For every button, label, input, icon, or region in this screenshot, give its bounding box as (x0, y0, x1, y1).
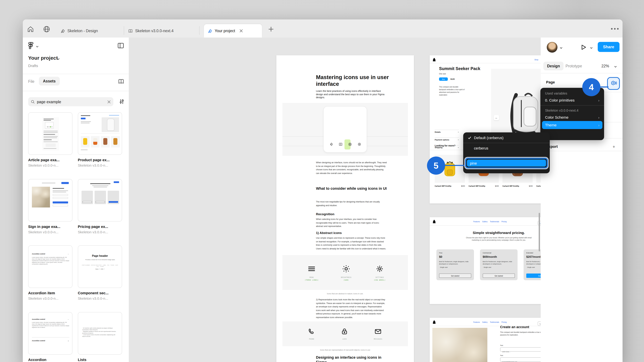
nav-link[interactable]: Shop (534, 59, 538, 61)
asset-thumbnail (28, 179, 72, 222)
tab-your-project[interactable]: Your project (204, 24, 262, 37)
apply-variables-button[interactable] (607, 77, 620, 90)
phone-icon (308, 328, 315, 335)
plan-card-commercial[interactable]: Commercial $69/month Best for freelancer… (480, 249, 518, 280)
frame-article-page[interactable]: Mastering icons use in user interface Le… (276, 55, 414, 362)
name-field[interactable] (500, 347, 541, 352)
plan-price: $0 (439, 255, 471, 258)
nav-link[interactable]: Testimonials (490, 321, 499, 323)
accordion-payment[interactable]: Payment options+ (435, 137, 459, 141)
frame-product-page[interactable]: Shop About Blog Account Bag Summit Seeke… (430, 55, 541, 203)
tab-assets[interactable]: Assets (39, 77, 60, 85)
plan-get-started-button[interactable]: Get started (526, 274, 541, 278)
submenu-item-cerberus[interactable]: cerberus (463, 144, 550, 152)
right-panel: Share Design Prototype 22% Page (541, 37, 622, 362)
menu-item-color-primitives[interactable]: 0. Color primitives› (540, 96, 604, 104)
asset-lists[interactable]: · Id maxime optio soluta placeat ea eaqu… (78, 312, 122, 362)
chevron-down-icon[interactable] (560, 46, 563, 50)
submenu-divider (463, 143, 550, 143)
nav-link[interactable]: Features (473, 221, 480, 223)
login-button[interactable]: Log in (538, 322, 541, 326)
asset-name: Accordion (28, 358, 72, 362)
add-export-icon[interactable]: + (613, 144, 615, 149)
chevron-down-icon[interactable] (590, 46, 593, 50)
nav-link[interactable]: Pricing (502, 321, 507, 323)
asset-component-section[interactable]: Page header Provides a robust set of non… (78, 245, 122, 300)
signup-nav: Features Gallery Testimonials Pricing Lo… (430, 320, 541, 325)
nav-link[interactable]: Gallery (482, 321, 488, 323)
plan-card-free[interactable]: Free $0 Best for freelancers, single des… (436, 249, 474, 280)
email-field[interactable] (500, 357, 541, 362)
present-play-icon[interactable] (580, 44, 587, 51)
plan-card-extended[interactable]: Extended $207/month Best for freelancers… (524, 249, 541, 280)
submenu-item-pine[interactable]: pine (467, 160, 546, 167)
hamburger-menu-icon (307, 264, 316, 273)
zoom-level[interactable]: 22% (602, 64, 609, 68)
avatar[interactable] (547, 42, 558, 53)
filter-sliders-icon[interactable] (119, 98, 125, 105)
frame-signup-page[interactable]: Features Gallery Testimonials Pricing Lo… (430, 318, 541, 362)
asset-pricing-page[interactable]: Pricing page ex... Skeleton v3.0.0-n... (78, 179, 122, 234)
tab-file[interactable]: File (28, 79, 34, 83)
sidebar-tabs: File Assets (23, 74, 129, 91)
chevron-right-icon: › (598, 98, 600, 102)
article-p-recognition: When selecting icons for your interface,… (316, 218, 387, 228)
plan-price: $207/month (526, 255, 541, 258)
article-figure-abstract-icons: MENU (THREE LINES) BRIGHTNESS (SUN) SETT… (282, 255, 408, 290)
asset-article-page[interactable]: Article page exa... Skeleton v3.0.0-n... (28, 112, 72, 167)
more-options-icon[interactable] (610, 27, 619, 30)
plan-get-started-button[interactable]: Get started (439, 274, 471, 278)
share-button[interactable]: Share (598, 42, 620, 52)
plan-get-started-button[interactable]: Get started (483, 274, 515, 278)
toggle-sidebar-icon[interactable] (118, 42, 124, 49)
asset-accordion-item[interactable]: Accordion control − Lorem ipsum dolor, s… (28, 245, 72, 300)
home-icon[interactable] (27, 25, 34, 33)
tab-design[interactable]: Design (544, 62, 564, 70)
project-title[interactable]: Your project (28, 55, 58, 61)
menu-item-theme[interactable]: Theme› (542, 121, 602, 129)
divider (430, 63, 541, 63)
carousel-prev-button[interactable]: ← (494, 115, 499, 120)
submenu-item-default[interactable]: Default (cerberus) (463, 134, 550, 141)
frame-pricing-page[interactable]: Features Gallery Testimonials Pricing Lo… (430, 217, 541, 304)
library-book-icon[interactable] (118, 78, 124, 84)
export-row[interactable]: Export+ (541, 141, 622, 151)
new-tab-icon[interactable] (268, 26, 274, 32)
search-bar[interactable] (28, 97, 113, 106)
asset-signin-page[interactable]: Sign in page exa... Skeleton v3.0.0-n... (28, 179, 72, 234)
tab-skeleton-library[interactable]: Skeleton v3.0.0-next.4 (124, 24, 200, 37)
close-icon[interactable] (240, 29, 243, 32)
buy-button[interactable]: Buy (439, 77, 448, 81)
signup-heading: Create an account (500, 325, 529, 329)
product-card[interactable]: Carhartt WIP Kickflip$230 (435, 155, 465, 187)
asset-library: Skeleton v3.0.0-n... (28, 296, 72, 300)
asset-name: Component sec... (78, 291, 122, 295)
article-figure-hero (282, 103, 408, 156)
asset-accordion[interactable]: Accordion control − Lorem ipsum dolor, s… (28, 312, 72, 362)
nav-link[interactable]: Gallery (482, 221, 488, 223)
canvas-scrollbar[interactable] (539, 213, 540, 251)
canvas[interactable]: Mastering icons use in user interface Le… (129, 37, 541, 362)
asset-product-page[interactable]: Product page ex... Skeleton v3.0.0-n... (78, 112, 122, 167)
chevron-down-icon[interactable] (36, 45, 39, 48)
clear-search-icon[interactable] (107, 100, 111, 103)
signup-hero-image (432, 328, 487, 362)
article-subtitle: Learn the best practices of using icons … (316, 89, 387, 99)
tab-skeleton-design[interactable]: Skeleton - Design (57, 24, 124, 37)
globe-icon[interactable] (43, 25, 50, 33)
accordion-details[interactable]: Details+ (435, 130, 459, 134)
chevron-down-icon[interactable] (614, 65, 617, 68)
tab-prototype[interactable]: Prototype (566, 64, 582, 68)
nav-link[interactable]: Features (473, 321, 480, 323)
menu-library-header: Skeleton v3.0.0-next.4 (540, 107, 604, 114)
divider (541, 73, 622, 73)
nav-link[interactable]: Pricing (502, 221, 507, 223)
product-size: One size (439, 73, 446, 75)
search-input[interactable] (37, 100, 105, 104)
figma-logo-icon[interactable] (28, 42, 34, 49)
asset-name: Sign in page exa... (28, 225, 72, 229)
chevron-down-icon[interactable] (57, 57, 60, 61)
menu-item-color-scheme[interactable]: Color Scheme› (540, 114, 604, 121)
card-name: Carhartt WIP Kickflip (435, 185, 451, 187)
nav-link[interactable]: Testimonials (490, 221, 499, 223)
